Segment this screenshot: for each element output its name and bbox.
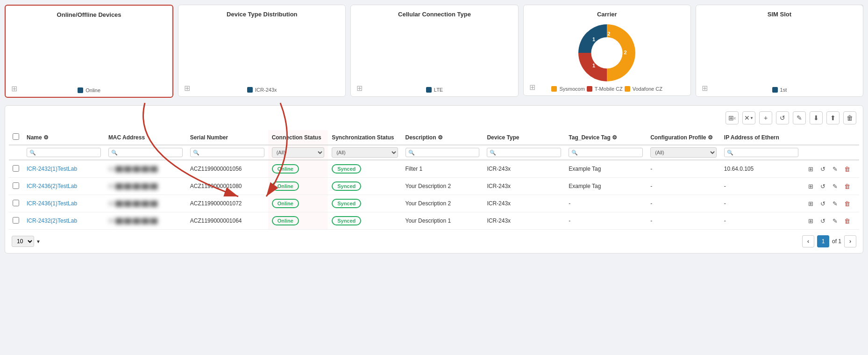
row-ip-cell: 10.64.0.105: [720, 160, 802, 178]
legend-dot: [426, 87, 432, 93]
row-delete-btn-1[interactable]: 🗑: [842, 164, 853, 174]
row-tag-cell: Example Tag: [565, 160, 647, 178]
col-description: Description ⚙: [402, 130, 484, 145]
pagination-bar: 10 25 50 ▼ ‹ 1 of 1 ›: [9, 233, 859, 249]
row-refresh-btn-2[interactable]: ↺: [818, 181, 828, 191]
tag-gear-icon: ⚙: [612, 134, 617, 141]
row-copy-btn-3[interactable]: ⊞: [806, 198, 816, 209]
page-1-button[interactable]: 1: [817, 235, 829, 247]
chevron-down-icon: ▼: [36, 239, 41, 244]
chart-bottom-icon-carrier[interactable]: ⊞: [529, 83, 535, 92]
chart-card-sim-slot[interactable]: SIM Slot41st⊞: [696, 5, 863, 97]
row-refresh-btn-3[interactable]: ↺: [818, 198, 828, 209]
row-checkbox-4[interactable]: [13, 217, 19, 224]
row-actions-cell: ⊞ ↺ ✎ 🗑: [802, 212, 859, 230]
row-edit-btn-1[interactable]: ✎: [830, 164, 840, 174]
legend-item-carrier-T-Mobile CZ: T-Mobile CZ: [587, 86, 623, 92]
device-link-3[interactable]: ICR-2436(1)TestLab: [27, 200, 77, 207]
chart-legend-carrier: SysmocomT-Mobile CZVodafone CZ: [551, 86, 662, 92]
next-page-button[interactable]: ›: [844, 235, 856, 247]
row-serial-cell: ACZ1199000001064: [186, 212, 268, 230]
filter-config-select[interactable]: (All): [650, 147, 717, 158]
download-icon[interactable]: ⬇: [810, 111, 823, 124]
filter-sync-status-select[interactable]: (All) Synced Not Synced: [332, 147, 398, 158]
delete-icon[interactable]: 🗑: [843, 111, 856, 124]
row-checkbox-2[interactable]: [13, 182, 19, 189]
row-refresh-btn-1[interactable]: ↺: [818, 164, 828, 174]
row-description-cell: Your Description 1: [402, 212, 484, 230]
row-conn-status-cell: Online: [268, 160, 328, 178]
row-name-cell: ICR-2436(2)TestLab: [23, 178, 105, 195]
svg-text:1: 1: [592, 36, 595, 42]
row-actions-cell: ⊞ ↺ ✎ 🗑: [802, 178, 859, 195]
add-icon[interactable]: +: [759, 111, 772, 124]
col-device-type: Device Type: [483, 130, 565, 145]
refresh-icon[interactable]: ↺: [776, 111, 789, 124]
conn-status-badge-4: Online: [272, 216, 299, 225]
row-edit-btn-3[interactable]: ✎: [830, 198, 840, 209]
chart-legend-device-type: ICR-243x: [247, 87, 277, 93]
chart-bottom-icon-device-type[interactable]: ⊞: [184, 84, 190, 93]
chart-bottom-icon-sim-slot[interactable]: ⊞: [702, 84, 708, 93]
chart-bottom-icon-online-offline[interactable]: ⊞: [11, 84, 17, 93]
filter-name-input[interactable]: [27, 148, 101, 157]
donut-center-label-sim-slot: 4: [776, 47, 782, 59]
filter-tag-input[interactable]: [569, 148, 643, 157]
device-link-1[interactable]: ICR-2432(1)TestLab: [27, 166, 77, 172]
row-device-type-cell: ICR-243x: [483, 160, 565, 178]
row-delete-btn-4[interactable]: 🗑: [842, 216, 853, 226]
mac-address-1: 02:██:██:██:██:██: [108, 166, 157, 172]
per-page-select[interactable]: 10 25 50: [12, 236, 34, 247]
select-all-checkbox[interactable]: [13, 133, 19, 140]
group-icon[interactable]: ⊞c: [726, 111, 739, 124]
filter-device-type-input[interactable]: [487, 148, 561, 157]
edit-icon[interactable]: ✎: [793, 111, 806, 124]
toolbar: ⊞c ✕▼ + ↺ ✎ ⬇ ⬆ 🗑: [9, 109, 859, 126]
upload-icon[interactable]: ⬆: [826, 111, 840, 124]
filter-serial-input[interactable]: [190, 148, 264, 157]
chart-card-cellular-connection[interactable]: Cellular Connection Type4LTE⊞: [350, 5, 518, 97]
row-checkbox-cell: [9, 212, 23, 230]
filter-ip-input[interactable]: [724, 148, 798, 157]
chart-legend-cellular-connection: LTE: [426, 87, 443, 93]
row-actions-2: ⊞ ↺ ✎ 🗑: [806, 181, 855, 191]
chart-title-device-type: Device Type Distribution: [227, 11, 297, 18]
row-refresh-btn-4[interactable]: ↺: [818, 216, 828, 226]
row-edit-btn-2[interactable]: ✎: [830, 181, 840, 191]
row-copy-btn-4[interactable]: ⊞: [806, 216, 816, 226]
row-delete-btn-2[interactable]: 🗑: [842, 181, 853, 191]
row-copy-btn-2[interactable]: ⊞: [806, 181, 816, 191]
chart-bottom-icon-cellular-connection[interactable]: ⊞: [356, 84, 363, 93]
row-copy-btn-1[interactable]: ⊞: [806, 164, 816, 174]
device-link-2[interactable]: ICR-2436(2)TestLab: [27, 183, 77, 189]
row-edit-btn-4[interactable]: ✎: [830, 216, 840, 226]
filter-description-input[interactable]: [406, 148, 480, 157]
prev-page-button[interactable]: ‹: [802, 235, 814, 247]
sync-status-badge-2: Synced: [332, 181, 361, 191]
chart-card-carrier[interactable]: Carrier2112SysmocomT-Mobile CZVodafone C…: [523, 5, 691, 96]
sync-status-badge-4: Synced: [332, 216, 361, 225]
donut-wrapper-carrier: 2112: [576, 22, 637, 83]
filter-actions-cell: [802, 145, 859, 160]
row-checkbox-1[interactable]: [13, 165, 19, 172]
chart-legend-online-offline: Online: [78, 87, 100, 93]
clear-filter-icon[interactable]: ✕▼: [742, 111, 755, 124]
chart-card-online-offline[interactable]: Online/Offline Devices4Online⊞: [5, 5, 173, 98]
legend-label: 1st: [780, 87, 787, 93]
chart-card-device-type[interactable]: Device Type Distribution4ICR-243x⊞: [178, 5, 346, 97]
filter-mac-input[interactable]: [108, 148, 183, 157]
col-checkbox: [9, 130, 23, 145]
svg-text:1: 1: [592, 63, 595, 68]
row-tag-cell: -: [565, 195, 647, 212]
filter-conn-status-select[interactable]: (All) Online Offline: [272, 147, 325, 158]
row-ip-cell: -: [720, 195, 802, 212]
col-mac: MAC Address: [105, 130, 186, 145]
filter-row: (All) Online Offline (All) Synced Not Sy…: [9, 145, 859, 160]
row-checkbox-3[interactable]: [13, 200, 19, 206]
row-checkbox-cell: [9, 178, 23, 195]
device-link-4[interactable]: ICR-2432(2)TestLab: [27, 217, 77, 224]
row-mac-cell: 02:██:██:██:██:██: [105, 160, 186, 178]
col-config-profile: Configuration Profile ⚙: [647, 130, 720, 145]
row-conn-status-cell: Online: [268, 212, 328, 230]
row-delete-btn-3[interactable]: 🗑: [842, 198, 853, 209]
